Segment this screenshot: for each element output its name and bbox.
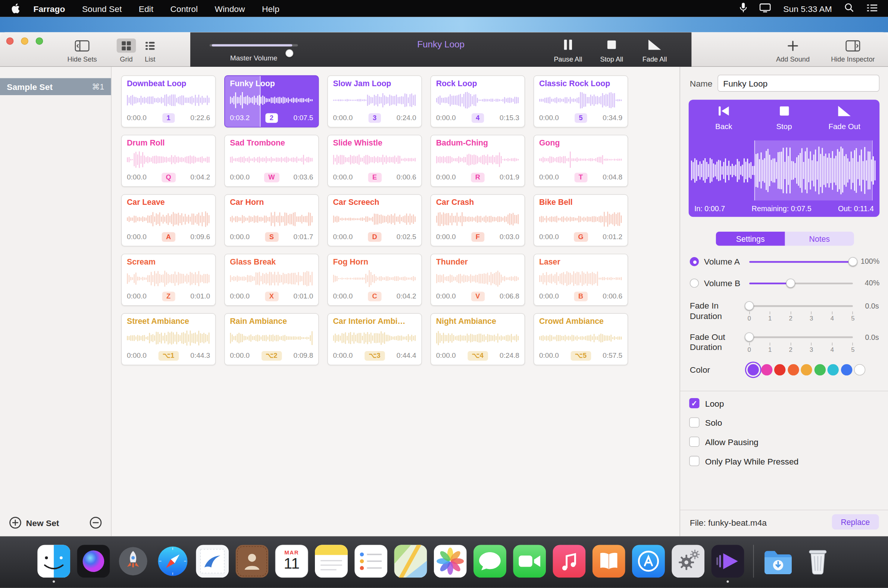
sound-tile[interactable]: Car Leave0:00.0A0:09.6 — [121, 194, 216, 247]
dock-notes-icon[interactable] — [315, 545, 348, 578]
sound-tile[interactable]: Car Screech0:00.0D0:02.5 — [327, 194, 422, 247]
minimize-button[interactable] — [21, 37, 28, 45]
close-button[interactable] — [6, 37, 14, 45]
stop-all-button[interactable]: Stop All — [592, 39, 631, 63]
fade-all-button[interactable]: Fade All — [635, 39, 675, 63]
grid-view-button[interactable]: Grid — [115, 38, 138, 63]
apple-menu-icon[interactable] — [11, 3, 20, 14]
color-swatch[interactable] — [854, 364, 865, 375]
sound-tile[interactable]: Scream0:00.0Z0:01.0 — [121, 254, 216, 306]
color-swatch[interactable] — [814, 364, 825, 375]
fade-out-button[interactable]: Fade Out — [818, 105, 870, 130]
sound-tile[interactable]: Gong0:00.0T0:04.8 — [534, 135, 628, 187]
checkbox-row[interactable]: ✓Loop — [689, 394, 879, 413]
mic-icon[interactable] — [740, 2, 747, 15]
sound-tile[interactable]: Badum-Ching0:00.0R0:01.9 — [430, 135, 525, 187]
dock-contacts-icon[interactable] — [236, 545, 268, 578]
hide-sets-button[interactable]: Hide Sets — [66, 38, 99, 63]
dock-trash-icon[interactable] — [801, 545, 834, 578]
tab-settings[interactable]: Settings — [716, 232, 785, 246]
color-swatch[interactable] — [828, 364, 839, 375]
volume-b-radio[interactable] — [690, 279, 699, 288]
pause-all-button[interactable]: Pause All — [548, 39, 588, 63]
sound-name-input[interactable] — [717, 75, 879, 92]
dock-music-icon[interactable] — [553, 545, 585, 578]
checkbox[interactable] — [689, 417, 699, 428]
fade-out-track[interactable] — [749, 336, 853, 338]
menu-window[interactable]: Window — [214, 4, 245, 14]
sound-tile[interactable]: Bike Bell0:00.0G0:01.2 — [534, 194, 628, 247]
sound-tile[interactable]: Funky Loop0:03.220:07.5 — [224, 75, 319, 128]
fade-out-slider[interactable] — [749, 332, 853, 341]
color-swatch[interactable] — [761, 364, 772, 375]
fade-in-knob[interactable] — [745, 301, 754, 310]
checkbox[interactable] — [689, 436, 699, 447]
dock-safari-icon[interactable] — [156, 545, 189, 578]
fade-in-track[interactable] — [749, 305, 853, 307]
sound-tile[interactable]: Night Ambiance0:00.0⌥40:24.8 — [430, 313, 525, 365]
sound-tile[interactable]: Car Crash0:00.0F0:03.0 — [430, 194, 525, 247]
sound-tile[interactable]: Laser0:00.0B0:00.6 — [534, 254, 628, 306]
volume-a-slider[interactable] — [749, 257, 853, 266]
dock-launchpad-icon[interactable] — [117, 545, 150, 578]
menu-farrago[interactable]: Farrago — [34, 4, 65, 14]
dock-mail-icon[interactable] — [196, 545, 229, 578]
dock-appstore-icon[interactable] — [632, 545, 665, 578]
add-sound-button[interactable]: Add Sound — [774, 38, 812, 63]
add-set-button[interactable] — [9, 516, 21, 529]
sound-tile[interactable]: Thunder0:00.0V0:06.8 — [430, 254, 525, 306]
sound-tile[interactable]: Street Ambiance0:00.0⌥10:44.3 — [121, 313, 216, 365]
waveform-selection[interactable] — [754, 140, 873, 200]
sound-tile[interactable]: Classic Rock Loop0:00.050:34.9 — [534, 75, 628, 128]
dock-messages-icon[interactable] — [474, 545, 506, 578]
dock-farrago-icon[interactable] — [711, 545, 744, 578]
search-icon[interactable] — [844, 3, 854, 14]
fade-in-slider[interactable] — [749, 301, 853, 310]
fade-out-knob[interactable] — [745, 332, 754, 341]
stop-button[interactable]: Stop — [758, 105, 810, 130]
sound-tile[interactable]: Rock Loop0:00.040:15.3 — [430, 75, 525, 128]
dock-books-icon[interactable] — [592, 545, 626, 578]
dock-downloads-icon[interactable] — [762, 545, 795, 578]
sound-tile[interactable]: Crowd Ambiance0:00.0⌥50:57.5 — [534, 313, 628, 365]
dock-facetime-icon[interactable] — [513, 545, 546, 578]
color-swatch[interactable] — [748, 364, 759, 375]
checkbox-row[interactable]: Solo — [689, 413, 879, 432]
volume-b-slider[interactable] — [749, 279, 853, 288]
sound-tile[interactable]: Car Horn0:00.0S0:01.7 — [224, 194, 319, 247]
sound-tile[interactable]: Glass Break0:00.0X0:01.0 — [224, 254, 319, 306]
menu-sound-set[interactable]: Sound Set — [82, 4, 122, 14]
dock-calendar-icon[interactable]: MAR11 — [275, 545, 308, 578]
list-view-button[interactable]: List — [139, 38, 162, 63]
checkbox-row[interactable]: Allow Pausing — [689, 432, 879, 452]
back-button[interactable]: Back — [698, 105, 750, 130]
sound-tile[interactable]: Slide Whistle0:00.0E0:00.6 — [327, 135, 422, 187]
dock-photos-icon[interactable] — [434, 545, 467, 578]
sound-tile[interactable]: Fog Horn0:00.0C0:04.2 — [327, 254, 422, 306]
checkbox[interactable]: ✓ — [689, 398, 699, 408]
menu-clock[interactable]: Sun 5:33 AM — [783, 4, 832, 14]
inspector-waveform[interactable] — [691, 142, 877, 199]
replace-button[interactable]: Replace — [832, 514, 879, 530]
sidebar-set-item[interactable]: Sample Set⌘1 — [0, 78, 111, 95]
dock-maps-icon[interactable] — [394, 545, 427, 578]
dock-siri-icon[interactable] — [77, 545, 110, 578]
volume-b-knob[interactable] — [786, 279, 795, 288]
menu-edit[interactable]: Edit — [139, 4, 153, 14]
hide-inspector-button[interactable]: Hide Inspector — [830, 38, 875, 63]
sound-tile[interactable]: Rain Ambiance0:00.0⌥20:09.8 — [224, 313, 319, 365]
color-swatch[interactable] — [841, 364, 852, 375]
menu-control[interactable]: Control — [171, 4, 198, 14]
tab-notes[interactable]: Notes — [785, 232, 854, 246]
remove-set-button[interactable] — [90, 516, 102, 529]
dock-prefs-icon[interactable] — [672, 545, 704, 578]
notification-center-icon[interactable] — [866, 4, 878, 14]
dock-reminders-icon[interactable] — [354, 545, 387, 578]
menu-help[interactable]: Help — [262, 4, 279, 14]
new-set-label[interactable]: New Set — [26, 518, 59, 528]
display-icon[interactable] — [760, 3, 771, 14]
dock-finder-icon[interactable] — [37, 545, 70, 578]
color-swatch[interactable] — [801, 364, 812, 375]
volume-a-radio[interactable] — [690, 257, 699, 266]
sound-tile[interactable]: Sad Trombone0:00.0W0:03.6 — [224, 135, 319, 187]
